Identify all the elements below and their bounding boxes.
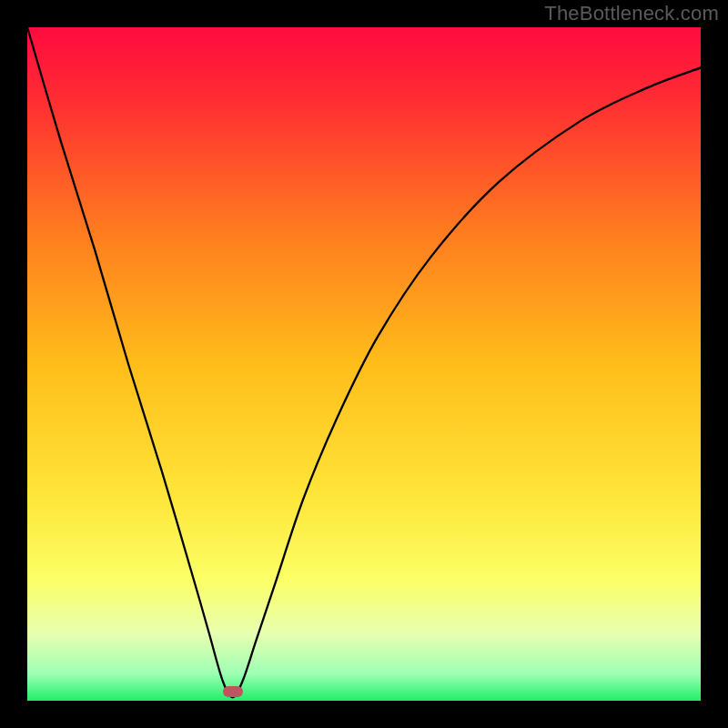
minimum-marker xyxy=(223,686,243,697)
plot-area xyxy=(27,27,701,701)
bottleneck-curve xyxy=(27,27,701,701)
watermark-label: TheBottleneck.com xyxy=(544,2,719,25)
chart-frame: TheBottleneck.com xyxy=(0,0,728,728)
